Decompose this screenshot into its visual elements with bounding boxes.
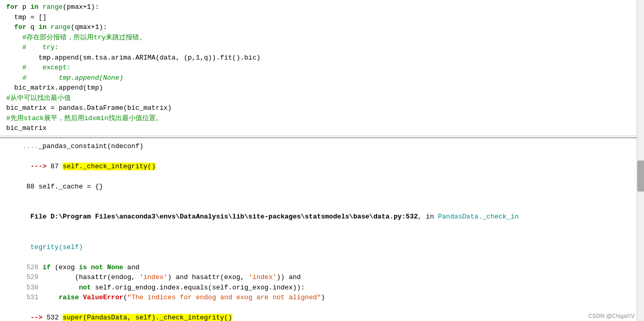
traceback-ellipsis: ...._pandas_constaint(ndeconf) xyxy=(4,141,644,152)
code-line: #先用stack展平，然后用idxmin找出最小值位置。 xyxy=(4,113,644,124)
code-line: bic_matrix.append(tmp) xyxy=(4,83,644,93)
separator xyxy=(0,137,644,138)
traceback-filepath1: File D:\Program Files\anaconda3\envs\Dat… xyxy=(4,202,644,232)
code-line: bic_matrix = pandas.DataFrame(bic_matrix… xyxy=(4,103,644,113)
code-area: for p in range(pmax+1): tmp = [] for q i… xyxy=(0,0,644,321)
traceback-line-88: 88 self._cache = {} xyxy=(4,182,644,192)
code-line: #从中可以找出最小值 xyxy=(4,93,644,104)
code-line: for q in range(qmax+1): xyxy=(4,22,644,33)
scrollbar[interactable] xyxy=(637,0,644,321)
traceback-filepath1-cont: tegrity(self) xyxy=(4,232,644,262)
code-line: for p in range(pmax+1): xyxy=(4,2,644,12)
traceback-530: 530 not self.orig_endog.index.equals(sel… xyxy=(4,283,644,293)
traceback-arrow-87: ---> 87 self._check_integrity() xyxy=(4,151,644,182)
code-line: # tmp.append(None) xyxy=(4,73,644,83)
scrollbar-thumb[interactable] xyxy=(637,160,644,192)
code-line: #存在部分报错，所以用try来跳过报错。 xyxy=(4,33,644,43)
traceback-section: ...._pandas_constaint(ndeconf) ---> 87 s… xyxy=(0,139,644,322)
watermark: CSDN @Chiga©V xyxy=(588,313,635,319)
traceback-528: 528 if (exog is not None and xyxy=(4,262,644,273)
code-line: bic_matrix xyxy=(4,123,644,134)
traceback-arrow-532: --> 532 super(PandasData, self)._check_i… xyxy=(4,303,644,322)
code-line: tmp = [] xyxy=(4,12,644,23)
code-line: # except: xyxy=(4,63,644,73)
top-code-section: for p in range(pmax+1): tmp = [] for q i… xyxy=(0,0,644,136)
traceback-531: 531 raise ValueError("The indices for en… xyxy=(4,293,644,303)
code-line: tmp.append(sm.tsa.arima.ARIMA(data, (p,1… xyxy=(4,53,644,63)
traceback-529: 529 (hasattr(endog, 'index') and hasattr… xyxy=(4,272,644,283)
traceback-blank1 xyxy=(4,192,644,202)
code-line: # try: xyxy=(4,42,644,53)
